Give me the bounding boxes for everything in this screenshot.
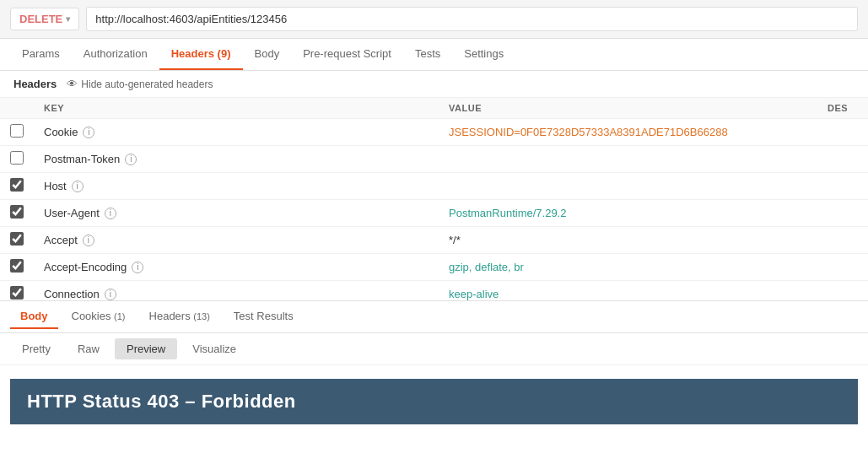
row-desc-cell bbox=[817, 254, 868, 281]
row-key-name: Accept-Encoding bbox=[44, 261, 127, 273]
info-icon[interactable]: i bbox=[83, 127, 94, 138]
row-key-name: Connection bbox=[44, 288, 100, 300]
table-row: Accept i */* bbox=[0, 227, 868, 254]
method-chevron-icon: ▾ bbox=[66, 14, 70, 24]
eye-icon: 👁 bbox=[67, 78, 78, 90]
row-key-cell: Accept-Encoding i bbox=[34, 254, 439, 281]
row-key-cell: Postman-Token i bbox=[34, 146, 439, 173]
row-value-cell: */* bbox=[439, 227, 817, 254]
row-key-cell: Host i bbox=[34, 173, 439, 200]
row-key-name: Cookie bbox=[44, 126, 78, 138]
row-checkbox[interactable] bbox=[10, 151, 24, 165]
info-icon[interactable]: i bbox=[132, 262, 143, 273]
info-icon[interactable]: i bbox=[105, 208, 116, 219]
hide-btn-label: Hide auto-generated headers bbox=[81, 78, 213, 90]
badge: (13) bbox=[193, 311, 210, 321]
req-tab-pre-request-script[interactable]: Pre-request Script bbox=[291, 39, 403, 70]
res-tab-test-results[interactable]: Test Results bbox=[224, 305, 304, 329]
res-tab-body[interactable]: Body bbox=[10, 305, 58, 329]
col-desc-header: DES bbox=[817, 98, 868, 119]
col-key-header: KEY bbox=[34, 98, 439, 119]
table-row: Connection i keep-alive bbox=[0, 281, 868, 301]
row-checkbox[interactable] bbox=[10, 205, 24, 219]
row-checkbox-cell[interactable] bbox=[0, 200, 34, 227]
row-desc-cell bbox=[817, 173, 868, 200]
row-desc-cell bbox=[817, 281, 868, 301]
req-tab-authorization[interactable]: Authorization bbox=[72, 39, 159, 70]
url-input[interactable] bbox=[86, 7, 858, 31]
view-tab-visualize[interactable]: Visualize bbox=[181, 338, 248, 359]
view-tab-pretty[interactable]: Pretty bbox=[10, 338, 62, 359]
row-checkbox[interactable] bbox=[10, 232, 24, 246]
row-key-name: Postman-Token bbox=[44, 153, 120, 165]
req-tab-settings[interactable]: Settings bbox=[452, 39, 515, 70]
badge: (1) bbox=[114, 311, 125, 321]
request-tabs: ParamsAuthorizationHeaders (9)BodyPre-re… bbox=[0, 39, 868, 71]
table-row: User-Agent i PostmanRuntime/7.29.2 bbox=[0, 200, 868, 227]
row-value-cell: PostmanRuntime/7.29.2 bbox=[439, 200, 817, 227]
row-key-cell: Connection i bbox=[34, 281, 439, 301]
http-status-banner: HTTP Status 403 – Forbidden bbox=[10, 379, 858, 424]
col-check-header bbox=[0, 98, 34, 119]
row-key-name: User-Agent bbox=[44, 207, 100, 219]
row-checkbox[interactable] bbox=[10, 286, 24, 300]
row-checkbox-cell[interactable] bbox=[0, 173, 34, 200]
row-value-cell: JSESSIONID=0F0E7328D57333A8391ADE71D6B66… bbox=[439, 119, 817, 146]
response-body: HTTP Status 403 – Forbidden bbox=[0, 379, 868, 446]
response-tabs: BodyCookies (1)Headers (13)Test Results bbox=[0, 300, 868, 333]
info-icon[interactable]: i bbox=[72, 181, 84, 192]
req-tab-headers--9-[interactable]: Headers (9) bbox=[159, 39, 243, 70]
row-checkbox-cell[interactable] bbox=[0, 146, 34, 173]
row-checkbox[interactable] bbox=[10, 178, 24, 192]
row-key-name: Host bbox=[44, 180, 67, 192]
row-key-cell: User-Agent i bbox=[34, 200, 439, 227]
row-key-cell: Cookie i bbox=[34, 119, 439, 146]
info-icon[interactable]: i bbox=[83, 235, 94, 246]
row-desc-cell bbox=[817, 146, 868, 173]
info-icon[interactable]: i bbox=[105, 289, 116, 300]
top-bar: DELETE ▾ bbox=[0, 0, 868, 39]
hide-auto-generated-btn[interactable]: 👁 Hide auto-generated headers bbox=[67, 78, 213, 90]
row-value-cell: keep-alive bbox=[439, 281, 817, 301]
req-tab-params[interactable]: Params bbox=[10, 39, 72, 70]
headers-table: KEY VALUE DES Cookie i JSESSIONID=0F0E73… bbox=[0, 98, 868, 300]
row-key-cell: Accept i bbox=[34, 227, 439, 254]
view-tab-preview[interactable]: Preview bbox=[115, 338, 177, 359]
row-checkbox[interactable] bbox=[10, 259, 24, 273]
row-value-cell: gzip, deflate, br bbox=[439, 254, 817, 281]
row-value-cell bbox=[439, 146, 817, 173]
table-row: Postman-Token i bbox=[0, 146, 868, 173]
row-desc-cell bbox=[817, 227, 868, 254]
row-desc-cell bbox=[817, 200, 868, 227]
table-row: Cookie i JSESSIONID=0F0E7328D57333A8391A… bbox=[0, 119, 868, 146]
headers-table-wrapper: KEY VALUE DES Cookie i JSESSIONID=0F0E73… bbox=[0, 98, 868, 300]
req-tab-body[interactable]: Body bbox=[243, 39, 292, 70]
headers-section-label: Headers bbox=[13, 78, 57, 90]
res-tab-cookies[interactable]: Cookies (1) bbox=[62, 305, 136, 329]
row-checkbox-cell[interactable] bbox=[0, 254, 34, 281]
row-checkbox-cell[interactable] bbox=[0, 227, 34, 254]
table-row: Accept-Encoding i gzip, deflate, br bbox=[0, 254, 868, 281]
req-tab-tests[interactable]: Tests bbox=[403, 39, 452, 70]
info-icon[interactable]: i bbox=[125, 154, 137, 165]
method-selector[interactable]: DELETE ▾ bbox=[10, 8, 79, 30]
view-tabs: PrettyRawPreviewVisualize bbox=[0, 333, 868, 365]
table-row: Host i bbox=[0, 173, 868, 200]
row-checkbox-cell[interactable] bbox=[0, 281, 34, 301]
method-label: DELETE bbox=[19, 13, 62, 25]
headers-toolbar: Headers 👁 Hide auto-generated headers bbox=[0, 71, 868, 98]
row-value-cell bbox=[439, 173, 817, 200]
col-value-header: VALUE bbox=[439, 98, 817, 119]
row-desc-cell bbox=[817, 119, 868, 146]
row-key-name: Accept bbox=[44, 234, 78, 246]
row-checkbox[interactable] bbox=[10, 124, 24, 138]
row-checkbox-cell[interactable] bbox=[0, 119, 34, 146]
res-tab-headers[interactable]: Headers (13) bbox=[139, 305, 220, 329]
view-tab-raw[interactable]: Raw bbox=[66, 338, 111, 359]
